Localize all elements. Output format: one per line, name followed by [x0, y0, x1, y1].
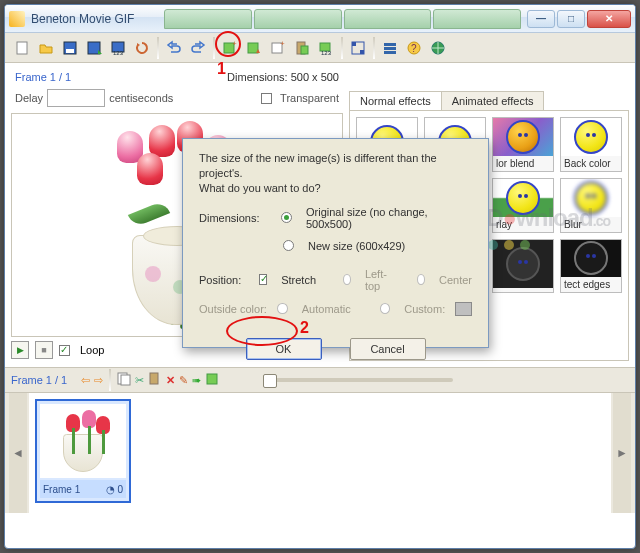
export-frame-icon[interactable]	[205, 372, 219, 388]
add-frame-icon[interactable]: +	[219, 37, 241, 59]
dimensions-label: Dimensions: 500 x 500	[227, 71, 339, 83]
svg-text:123: 123	[321, 50, 332, 56]
redo-icon[interactable]	[187, 37, 209, 59]
dimensions-field-label: Dimensions:	[199, 212, 271, 224]
maximize-button[interactable]: □	[557, 10, 585, 28]
radio-custom	[380, 303, 390, 314]
cancel-button[interactable]: Cancel	[350, 338, 426, 360]
tab-normal-effects[interactable]: Normal effects	[349, 91, 442, 111]
svg-rect-0	[17, 42, 27, 54]
clock-icon: ◔	[106, 484, 115, 495]
outside-field-label: Outside color:	[199, 303, 267, 315]
reload-icon[interactable]	[131, 37, 153, 59]
delay-label: Delay	[15, 92, 43, 104]
svg-marker-7	[137, 43, 140, 47]
effect-item[interactable]: Blur	[560, 178, 622, 233]
save-icon[interactable]	[59, 37, 81, 59]
app-title: Beneton Movie GIF	[31, 12, 164, 26]
minimize-button[interactable]: —	[527, 10, 555, 28]
svg-rect-28	[121, 375, 130, 385]
frames-strip: ◄ Frame 1 ◔ 0	[5, 393, 635, 513]
ok-button[interactable]: OK	[246, 338, 322, 360]
loop-checkbox[interactable]	[59, 345, 70, 356]
frames-scroll-right[interactable]: ►	[613, 393, 631, 513]
svg-rect-15	[301, 46, 308, 54]
svg-text:+: +	[232, 40, 237, 48]
frames-counter: Frame 1 / 1	[11, 374, 67, 386]
save-frames-icon[interactable]: 123	[107, 37, 129, 59]
pixel-view-icon[interactable]	[347, 37, 369, 59]
stretch-checkbox[interactable]	[259, 274, 267, 285]
frame-props-icon[interactable]: 123	[315, 37, 337, 59]
add-image-icon[interactable]	[243, 37, 265, 59]
effect-item[interactable]	[492, 239, 554, 294]
position-field-label: Position:	[199, 274, 249, 286]
transparent-label: Transparent	[280, 92, 339, 104]
open-folder-icon[interactable]	[35, 37, 57, 59]
radio-left-top	[343, 274, 351, 285]
svg-rect-20	[360, 50, 364, 54]
dialog-message: The size of the new image(s) is differen…	[199, 151, 472, 196]
lefttop-label: Left-top	[365, 268, 390, 292]
cut-frame-icon[interactable]: ✂	[135, 374, 144, 387]
zoom-slider[interactable]	[263, 378, 453, 382]
undo-icon[interactable]	[163, 37, 185, 59]
add-blank-icon[interactable]: +	[267, 37, 289, 59]
browser-tab[interactable]	[433, 9, 521, 29]
delay-input[interactable]	[47, 89, 105, 107]
delay-unit: centiseconds	[109, 92, 173, 104]
effect-item[interactable]: tect edges	[560, 239, 622, 294]
radio-center	[417, 274, 425, 285]
move-frame-icon[interactable]: ➠	[192, 374, 201, 387]
delete-frame-icon[interactable]: ✕	[166, 374, 175, 387]
svg-rect-30	[207, 374, 217, 384]
svg-rect-23	[384, 51, 396, 54]
tab-animated-effects[interactable]: Animated effects	[441, 91, 545, 111]
paste-frame-icon[interactable]	[291, 37, 313, 59]
effect-item[interactable]: lor blend	[492, 117, 554, 172]
options-icon[interactable]	[379, 37, 401, 59]
frame-thumbnail[interactable]: Frame 1 ◔ 0	[35, 399, 131, 503]
app-icon	[9, 11, 25, 27]
svg-rect-2	[66, 49, 74, 53]
titlebar: Beneton Movie GIF — □ ✕	[5, 5, 635, 33]
center-label: Center	[439, 274, 472, 286]
effect-item[interactable]: Back color	[560, 117, 622, 172]
browser-tab[interactable]	[254, 9, 342, 29]
edit-frame-icon[interactable]: ✎	[179, 374, 188, 387]
frames-scroll-left[interactable]: ◄	[9, 393, 27, 513]
next-frame-icon[interactable]: ⇨	[94, 374, 103, 387]
stop-button[interactable]: ■	[35, 341, 53, 359]
svg-text:+: +	[280, 40, 285, 48]
paste-frame-icon[interactable]	[148, 372, 162, 388]
browser-tabs	[164, 9, 521, 29]
radio-new-label: New size (600x429)	[308, 240, 405, 252]
radio-original-size[interactable]	[281, 212, 292, 223]
radio-new-size[interactable]	[283, 240, 294, 251]
svg-rect-22	[384, 47, 396, 50]
stretch-label: Stretch	[281, 274, 316, 286]
save-as-icon[interactable]	[83, 37, 105, 59]
frame-counter: Frame 1 / 1	[15, 71, 71, 83]
transparent-checkbox[interactable]	[261, 93, 272, 104]
copy-frame-icon[interactable]	[117, 372, 131, 388]
browser-tab[interactable]	[164, 9, 252, 29]
loop-label: Loop	[80, 344, 104, 356]
browser-tab[interactable]	[344, 9, 432, 29]
close-button[interactable]: ✕	[587, 10, 631, 28]
automatic-label: Automatic	[302, 303, 351, 315]
frame-delay: 0	[117, 484, 123, 495]
new-file-icon[interactable]	[11, 37, 33, 59]
help-icon[interactable]: ?	[403, 37, 425, 59]
prev-frame-icon[interactable]: ⇦	[81, 374, 90, 387]
effect-item[interactable]: rlay	[492, 178, 554, 233]
custom-label: Custom:	[404, 303, 445, 315]
main-toolbar: 123 + + 123 ?	[5, 33, 635, 63]
play-button[interactable]: ▶	[11, 341, 29, 359]
radio-automatic	[277, 303, 287, 314]
svg-rect-29	[150, 373, 158, 384]
resize-dialog: The size of the new image(s) is differen…	[182, 138, 489, 348]
svg-rect-19	[352, 42, 356, 46]
radio-original-label: Original size (no change, 500x500)	[306, 206, 472, 230]
web-icon[interactable]	[427, 37, 449, 59]
